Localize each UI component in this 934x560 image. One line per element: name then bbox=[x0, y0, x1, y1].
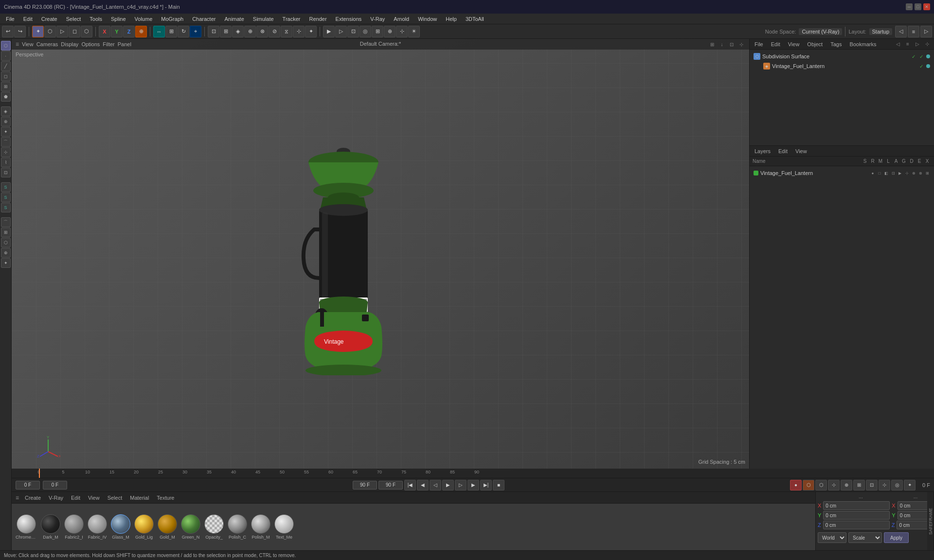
obj-bookmarks-menu[interactable]: Bookmarks bbox=[847, 40, 878, 48]
layout-icon-1[interactable]: ◁ bbox=[895, 26, 907, 37]
prev-step-button[interactable]: ◁ bbox=[430, 480, 441, 490]
move-tool-button[interactable]: ↔ bbox=[153, 26, 165, 37]
polygon-mode-button[interactable]: ◻ bbox=[69, 26, 80, 37]
menu-window[interactable]: Window bbox=[414, 15, 441, 23]
menu-extensions[interactable]: Extensions bbox=[332, 15, 366, 23]
snap-button[interactable]: ⊡ bbox=[208, 26, 219, 37]
point-mode-button[interactable]: ⬡ bbox=[44, 26, 56, 37]
mat-opacity[interactable]: Opacity_ bbox=[204, 514, 224, 540]
stop-button[interactable]: ■ bbox=[493, 480, 504, 490]
menu-edit[interactable]: Edit bbox=[19, 15, 36, 23]
all-axis-button[interactable]: ⊕ bbox=[135, 26, 147, 37]
edge-mode-button[interactable]: ▷ bbox=[56, 26, 68, 37]
obj-check-1[interactable]: ✓ bbox=[911, 53, 916, 59]
viewport-options-menu[interactable]: Options bbox=[81, 41, 100, 47]
mograph-tool[interactable]: ⬡ bbox=[1, 238, 11, 247]
layer-icon-exp[interactable]: ⊞ bbox=[924, 170, 930, 176]
snap7-button[interactable]: ⧖ bbox=[281, 26, 292, 37]
next-step-button[interactable]: ▷ bbox=[455, 480, 467, 490]
spline-object[interactable]: ⌒ bbox=[1, 137, 11, 147]
node-space-value[interactable]: Current (V-Ray) bbox=[799, 28, 842, 35]
vp-icon-4[interactable]: ⊹ bbox=[737, 40, 745, 48]
snap4-button[interactable]: ⊕ bbox=[244, 26, 256, 37]
auto-key-button[interactable]: ⬡ bbox=[803, 480, 814, 490]
obj-icon-1[interactable]: ◁ bbox=[894, 40, 902, 48]
menu-spline[interactable]: Spline bbox=[107, 15, 130, 23]
generator-object[interactable]: ⊹ bbox=[1, 147, 11, 157]
menu-select[interactable]: Select bbox=[62, 15, 85, 23]
mat-polish-m[interactable]: Polish_M bbox=[251, 514, 270, 540]
snap2-button[interactable]: ⊞ bbox=[220, 26, 232, 37]
obj-icon-3[interactable]: ▷ bbox=[914, 40, 921, 48]
deformer-object[interactable]: ⌇ bbox=[1, 158, 11, 167]
menu-mograph[interactable]: MoGraph bbox=[157, 15, 187, 23]
edges-tool[interactable]: ╱ bbox=[1, 61, 11, 71]
snap6-button[interactable]: ⊘ bbox=[269, 26, 280, 37]
points-tool[interactable]: · bbox=[1, 51, 11, 61]
key-sel-button[interactable]: ⊹ bbox=[828, 480, 840, 490]
x-axis-button[interactable]: X bbox=[99, 26, 110, 37]
obj-check-3[interactable]: ✓ bbox=[918, 63, 924, 69]
render2-button[interactable]: ▷ bbox=[335, 26, 347, 37]
menu-create[interactable]: Create bbox=[37, 15, 61, 23]
viewport-view-menu[interactable]: View bbox=[22, 41, 34, 47]
obj-view-menu[interactable]: View bbox=[786, 40, 802, 48]
obj-row-subdivision[interactable]: ⬡ Subdivision Surface ✓ ✓ bbox=[752, 52, 932, 61]
uv-tool[interactable]: ⊞ bbox=[1, 82, 11, 91]
pb-extra-1[interactable]: ⊕ bbox=[841, 480, 852, 490]
world-select[interactable]: World Local Object bbox=[818, 532, 846, 543]
object-tool[interactable]: ⬡ bbox=[1, 41, 11, 51]
sculpt-tool[interactable]: ⬟ bbox=[1, 92, 11, 102]
viewport-cameras-menu[interactable]: Cameras bbox=[36, 41, 58, 47]
mat-gold[interactable]: Gold_M bbox=[158, 514, 177, 540]
s-tool-1[interactable]: S bbox=[1, 182, 11, 192]
model-mode-button[interactable]: ✦ bbox=[32, 26, 44, 37]
obj-check-2[interactable]: ✓ bbox=[918, 53, 924, 59]
pb-extra-4[interactable]: ⊹ bbox=[879, 480, 890, 490]
scene-object[interactable]: ◈ bbox=[1, 106, 11, 116]
redo-button[interactable]: ↪ bbox=[14, 26, 26, 37]
render6-button[interactable]: ⊕ bbox=[384, 26, 395, 37]
layer-icon-def[interactable]: ⊗ bbox=[917, 170, 923, 176]
minimize-button[interactable]: ─ bbox=[906, 3, 913, 10]
effector-object[interactable]: ⊡ bbox=[1, 168, 11, 177]
mat-fabric-iv[interactable]: Fabric_IV bbox=[88, 514, 107, 540]
s-tool-2[interactable]: S bbox=[1, 192, 11, 202]
layout-icon-3[interactable]: ▷ bbox=[920, 26, 932, 37]
key-all-button[interactable]: ⬡ bbox=[815, 480, 827, 490]
viewport-menu-icon[interactable]: ≡ bbox=[16, 41, 19, 48]
render5-button[interactable]: ⊞ bbox=[372, 26, 383, 37]
vp-icon-2[interactable]: ↓ bbox=[718, 40, 726, 48]
menu-tracker[interactable]: Tracker bbox=[279, 15, 305, 23]
materials-view-menu[interactable]: View bbox=[86, 494, 102, 502]
materials-material-menu[interactable]: Material bbox=[128, 494, 151, 502]
render-button[interactable]: ▶ bbox=[323, 26, 335, 37]
next-frame-button[interactable]: ▶ bbox=[467, 480, 479, 490]
s-tool-3[interactable]: S bbox=[1, 203, 11, 212]
obj-row-lantern[interactable]: ◈ Vintage_Fuel_Lantern ✓ bbox=[752, 61, 932, 71]
viewport-display-menu[interactable]: Display bbox=[61, 41, 78, 47]
mat-text[interactable]: Text_Me bbox=[274, 514, 294, 540]
snap5-button[interactable]: ⊗ bbox=[256, 26, 268, 37]
obj-edit-menu[interactable]: Edit bbox=[769, 40, 782, 48]
obj-object-menu[interactable]: Object bbox=[805, 40, 825, 48]
snap9-button[interactable]: ✦ bbox=[305, 26, 317, 37]
menu-character[interactable]: Character bbox=[188, 15, 219, 23]
rotate-tool-button[interactable]: ↻ bbox=[178, 26, 189, 37]
menu-simulate[interactable]: Simulate bbox=[249, 15, 278, 23]
layer-icon-play[interactable]: ▶ bbox=[897, 170, 903, 176]
light-object[interactable]: ✦ bbox=[1, 127, 11, 137]
vp-icon-1[interactable]: ⊞ bbox=[708, 40, 716, 48]
z-axis-button[interactable]: Z bbox=[123, 26, 135, 37]
viewport-panel-menu[interactable]: Panel bbox=[118, 41, 131, 47]
materials-texture-menu[interactable]: Texture bbox=[155, 494, 176, 502]
materials-vray-menu[interactable]: V-Ray bbox=[47, 494, 65, 502]
uv-mode-button[interactable]: ⬡ bbox=[81, 26, 92, 37]
menu-volume[interactable]: Volume bbox=[131, 15, 157, 23]
close-button[interactable]: ✕ bbox=[923, 3, 930, 10]
materials-edit-menu[interactable]: Edit bbox=[69, 494, 82, 502]
poly-tool[interactable]: ◻ bbox=[1, 71, 11, 81]
layer-icon-box[interactable]: □ bbox=[877, 170, 882, 176]
menu-file[interactable]: File bbox=[2, 15, 18, 23]
undo-button[interactable]: ↩ bbox=[2, 26, 14, 37]
